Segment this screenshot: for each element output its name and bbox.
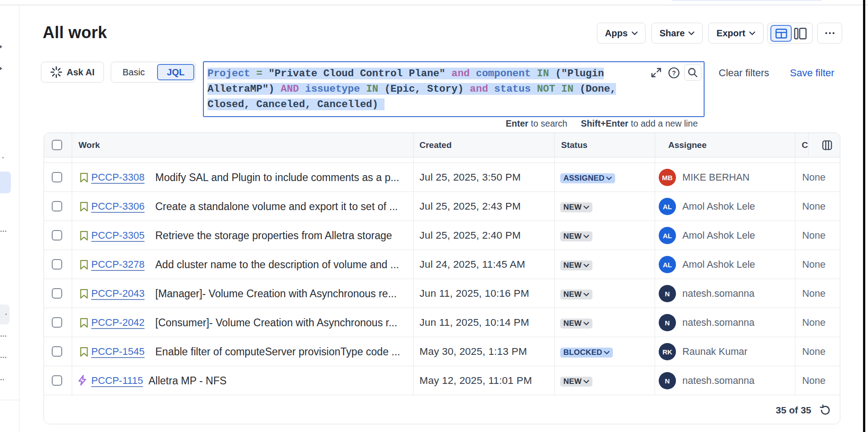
svg-text:?: ?	[672, 69, 676, 77]
